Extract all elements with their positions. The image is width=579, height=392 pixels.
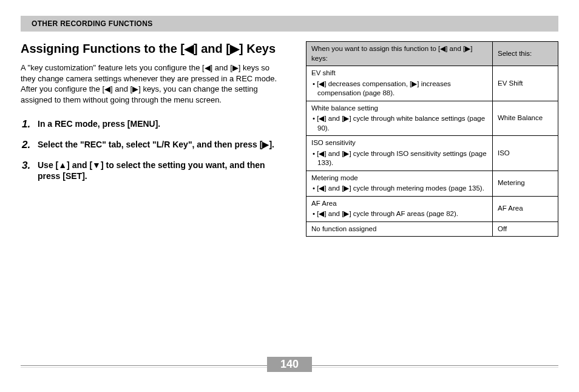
section-header: OTHER RECORDING FUNCTIONS bbox=[32, 19, 153, 28]
row-select: EV Shift bbox=[493, 66, 558, 101]
row-bullet: • [◀] and [▶] cycle through AF areas (pa… bbox=[311, 209, 487, 219]
row-bullet: • [◀] and [▶] cycle through white balanc… bbox=[311, 114, 487, 133]
table-header-right: Select this: bbox=[493, 42, 558, 66]
step-number: 2. bbox=[22, 139, 38, 151]
intro-paragraph: A "key customization" feature lets you c… bbox=[21, 63, 282, 105]
row-title: No function assigned bbox=[311, 225, 487, 234]
row-title: White balance setting bbox=[311, 104, 487, 113]
right-column: When you want to assign this function to… bbox=[306, 41, 558, 237]
row-title: ISO sensitivity bbox=[311, 138, 487, 148]
page-number-badge: 140 bbox=[267, 357, 312, 372]
step-text: In a REC mode, press [MENU]. bbox=[38, 118, 160, 129]
row-bullet: • [◀] and [▶] cycle through ISO sensitiv… bbox=[311, 149, 487, 168]
section-header-bar: OTHER RECORDING FUNCTIONS bbox=[21, 16, 558, 32]
step-item: 2. Select the "REC" tab, select "L/R Key… bbox=[22, 139, 282, 151]
table-row: AF Area • [◀] and [▶] cycle through AF a… bbox=[306, 196, 558, 221]
table-row: Metering mode • [◀] and [▶] cycle throug… bbox=[306, 171, 558, 196]
functions-table: When you want to assign this function to… bbox=[306, 41, 558, 237]
row-select: Metering bbox=[493, 171, 558, 196]
table-row: White balance setting • [◀] and [▶] cycl… bbox=[306, 101, 558, 136]
row-select: ISO bbox=[493, 136, 558, 171]
row-title: EV shift bbox=[311, 69, 487, 78]
table-row: ISO sensitivity • [◀] and [▶] cycle thro… bbox=[306, 136, 558, 171]
row-bullet: • [◀] and [▶] cycle through metering mod… bbox=[311, 184, 487, 194]
page-heading: Assigning Functions to the [◀] and [▶] K… bbox=[21, 41, 282, 56]
step-text: Select the "REC" tab, select "L/R Key", … bbox=[38, 139, 274, 150]
row-bullet: • [◀] decreases compensation, [▶] increa… bbox=[311, 79, 487, 98]
steps-list: 1. In a REC mode, press [MENU]. 2. Selec… bbox=[22, 118, 282, 181]
table-header-left: When you want to assign this function to… bbox=[306, 42, 493, 66]
content-columns: Assigning Functions to the [◀] and [▶] K… bbox=[21, 41, 558, 237]
step-text: Use [▲] and [▼] to select the setting yo… bbox=[38, 160, 282, 181]
page-footer: 140 bbox=[0, 357, 579, 375]
row-title: AF Area bbox=[311, 199, 487, 209]
table-row: No function assigned Off bbox=[306, 221, 558, 237]
row-select: White Balance bbox=[493, 101, 558, 136]
table-row: EV shift • [◀] decreases compensation, [… bbox=[306, 66, 558, 101]
step-number: 3. bbox=[22, 160, 38, 172]
left-column: Assigning Functions to the [◀] and [▶] K… bbox=[21, 41, 282, 237]
row-select: AF Area bbox=[493, 196, 558, 221]
step-item: 3. Use [▲] and [▼] to select the setting… bbox=[22, 160, 282, 181]
row-select: Off bbox=[493, 221, 558, 237]
row-title: Metering mode bbox=[311, 174, 487, 183]
step-number: 1. bbox=[22, 118, 38, 130]
step-item: 1. In a REC mode, press [MENU]. bbox=[22, 118, 282, 130]
